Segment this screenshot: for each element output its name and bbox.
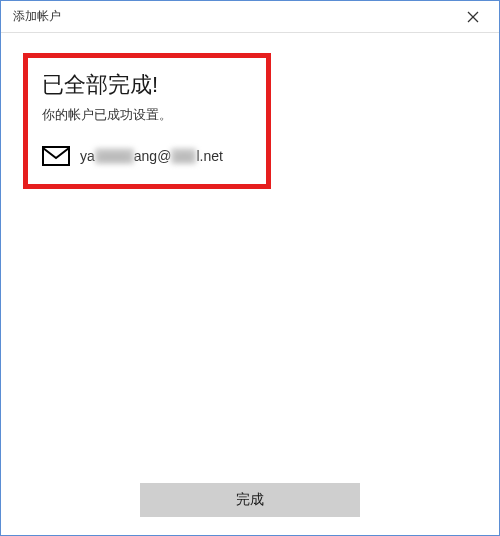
- email-mid: ang@: [134, 148, 172, 164]
- success-heading: 已全部完成!: [42, 70, 252, 100]
- email-suffix: l.net: [196, 148, 222, 164]
- email-redacted: xxxxx: [95, 148, 134, 164]
- svg-rect-2: [43, 147, 69, 165]
- dialog-footer: 完成: [1, 469, 499, 535]
- email-row: yaxxxxxang@xxxl.net: [42, 146, 252, 166]
- close-button[interactable]: [459, 3, 487, 31]
- titlebar: 添加帐户: [1, 1, 499, 33]
- mail-icon: [42, 146, 70, 166]
- done-button[interactable]: 完成: [140, 483, 360, 517]
- dialog-content: 已全部完成! 你的帐户已成功设置。 yaxxxxxang@xxxl.net: [1, 33, 499, 469]
- highlight-box: 已全部完成! 你的帐户已成功设置。 yaxxxxxang@xxxl.net: [23, 53, 271, 189]
- email-prefix: ya: [80, 148, 95, 164]
- window-title: 添加帐户: [13, 8, 61, 25]
- close-icon: [467, 11, 479, 23]
- account-email: yaxxxxxang@xxxl.net: [80, 148, 223, 164]
- success-subtext: 你的帐户已成功设置。: [42, 106, 252, 124]
- email-redacted2: xxx: [171, 148, 196, 164]
- dialog-window: 添加帐户 已全部完成! 你的帐户已成功设置。 yaxxxxxang@xxxl.n…: [0, 0, 500, 536]
